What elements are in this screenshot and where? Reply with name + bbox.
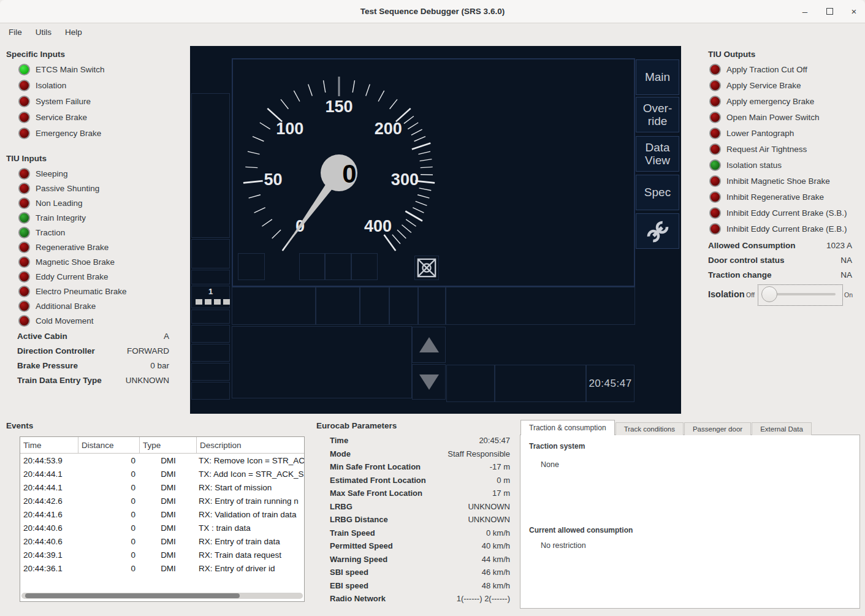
led-row-eddy-current-brake[interactable]: Eddy Current Brake	[18, 269, 175, 284]
menu-item-utils[interactable]: Utils	[29, 23, 58, 40]
param-value: Staff Responsible	[448, 449, 510, 458]
led-indicator[interactable]	[18, 112, 30, 123]
tiu-inputs-list: SleepingPassive ShuntingNon LeadingTrain…	[18, 166, 175, 328]
specific-inputs-list: ETCS Main SwitchIsolationSystem FailureS…	[18, 61, 175, 141]
param-row-permitted-speed: Permitted Speed40 km/h	[330, 539, 510, 553]
led-indicator[interactable]	[18, 127, 30, 139]
led-row-inhibit-eddy-current-brake-e-b: Inhibit Eddy Current Brake (E.B.)	[709, 221, 863, 237]
led-row-apply-service-brake: Apply Service Brake	[709, 77, 863, 93]
led-row-isolation[interactable]: Isolation	[18, 77, 175, 93]
led-indicator[interactable]	[18, 315, 30, 327]
dmi-button-spec[interactable]: Spec	[636, 175, 679, 210]
led-row-sleeping[interactable]: Sleeping	[18, 166, 175, 181]
table-row[interactable]: 20:44:53.90DMITX: Remove Icon = STR_AC	[20, 454, 304, 467]
led-indicator[interactable]	[18, 96, 30, 107]
events-col-header-distance[interactable]: Distance	[78, 437, 140, 453]
led-indicator[interactable]	[18, 271, 30, 283]
cell: DMI	[140, 470, 197, 479]
scroll-up-button[interactable]	[412, 327, 446, 363]
led-row-train-integrity[interactable]: Train Integrity	[18, 210, 175, 225]
cell: 0	[78, 483, 140, 492]
led-indicator[interactable]	[18, 227, 30, 238]
param-label: Direction Controller	[17, 346, 95, 356]
param-value: 46 km/h	[482, 568, 510, 577]
menubar: FileUtilsHelp	[0, 23, 865, 40]
svg-text:100: 100	[276, 120, 303, 138]
led-row-etcs-main-switch[interactable]: ETCS Main Switch	[18, 61, 175, 77]
led-indicator[interactable]	[18, 64, 30, 75]
led-row-service-brake[interactable]: Service Brake	[18, 109, 175, 125]
led-row-electro-pneumatic-brake[interactable]: Electro Pneumatic Brake	[18, 284, 175, 298]
param-row-lrbg: LRBGUNKNOWN	[330, 500, 510, 514]
led-indicator[interactable]	[18, 183, 30, 194]
param-label: Train Data Entry Type	[17, 376, 102, 385]
led-label: Passive Shunting	[36, 184, 99, 193]
param-value: 0 km/h	[486, 528, 510, 538]
cell: DMI	[140, 483, 197, 492]
led-indicator[interactable]	[18, 80, 30, 91]
table-row[interactable]: 20:44:44.10DMITX: Add Icon = STR_ACK_S	[20, 467, 304, 481]
table-row[interactable]: 20:44:42.60DMIRX: Entry of train running…	[20, 494, 304, 508]
led-row-regenerative-brake[interactable]: Regenerative Brake	[18, 240, 175, 254]
led-indicator[interactable]	[18, 241, 30, 253]
dmi-button-over-ride[interactable]: Over-ride	[636, 97, 679, 132]
table-row[interactable]: 20:44:41.60DMIRX: Validation of train da…	[20, 508, 304, 521]
table-row[interactable]: 20:44:44.10DMIRX: Start of mission	[20, 481, 304, 494]
led-label: Apply Service Brake	[726, 81, 801, 90]
led-label: Open Main Power Switch	[726, 113, 820, 122]
tab-external-data[interactable]: External Data	[752, 422, 812, 435]
param-row-train-speed: Train Speed0 km/h	[330, 527, 510, 540]
param-label: Brake Pressure	[17, 361, 78, 370]
param-label: Time	[330, 436, 348, 445]
led-row-traction[interactable]: Traction	[18, 225, 175, 240]
param-label: Allowed Consumption	[708, 241, 796, 250]
events-col-header-description[interactable]: Description	[197, 437, 304, 453]
led-row-inhibit-magnetic-shoe-brake: Inhibit Magnetic Shoe Brake	[709, 173, 863, 189]
led-indicator	[709, 191, 721, 203]
led-row-passive-shunting[interactable]: Passive Shunting	[18, 181, 175, 196]
param-value: FORWARD	[127, 346, 169, 356]
cab-parameters: Active CabinADirection ControllerFORWARD…	[17, 329, 169, 387]
cell: 20:44:44.1	[20, 470, 78, 479]
led-indicator[interactable]	[18, 212, 30, 224]
table-row[interactable]: 20:44:40.60DMIRX: Entry of train data	[20, 534, 304, 548]
table-row[interactable]: 20:44:39.10DMIRX: Train data request	[20, 548, 304, 561]
minimize-button[interactable]: –	[800, 7, 810, 17]
led-indicator[interactable]	[18, 168, 30, 180]
table-row[interactable]: 20:44:40.60DMITX : train data	[20, 521, 304, 534]
events-col-header-type[interactable]: Type	[140, 437, 197, 453]
led-indicator[interactable]	[18, 256, 30, 268]
cell: TX: Add Icon = STR_ACK_S	[197, 470, 304, 479]
cell: 0	[78, 537, 140, 546]
led-row-system-failure[interactable]: System Failure	[18, 93, 175, 109]
close-button[interactable]: ×	[849, 7, 859, 17]
led-row-additional-brake[interactable]: Additional Brake	[18, 298, 175, 313]
dmi-cell	[191, 363, 230, 381]
maximize-button[interactable]	[825, 7, 834, 17]
led-indicator[interactable]	[18, 300, 30, 312]
isolation-slider-knob[interactable]	[761, 286, 777, 302]
led-indicator[interactable]	[18, 197, 30, 209]
led-row-non-leading[interactable]: Non Leading	[18, 196, 175, 210]
dmi-button-main[interactable]: Main	[636, 59, 679, 95]
tab-traction-consumption[interactable]: Traction & consumption	[520, 420, 615, 435]
led-indicator[interactable]	[18, 286, 30, 297]
tab-passenger-door[interactable]: Passenger door	[684, 422, 751, 435]
table-row[interactable]: 20:44:36.10DMIRX: Entry of driver id	[20, 561, 304, 575]
menu-item-help[interactable]: Help	[58, 23, 89, 40]
settings-wrench-button[interactable]	[636, 213, 679, 249]
dmi-button-data-view[interactable]: Data View	[636, 136, 679, 172]
led-row-lower-pantograph: Lower Pantograph	[709, 125, 863, 141]
allowed-consumption-heading: Current allowed consumption	[529, 526, 633, 534]
dmi-cell	[191, 382, 230, 400]
led-label: Service Brake	[36, 113, 87, 122]
scroll-down-button[interactable]	[412, 364, 446, 400]
led-row-magnetic-shoe-brake[interactable]: Magnetic Shoe Brake	[18, 254, 175, 269]
events-col-header-time[interactable]: Time	[20, 437, 78, 453]
horizontal-scrollbar-thumb[interactable]	[25, 593, 240, 598]
led-row-emergency-brake[interactable]: Emergency Brake	[18, 125, 175, 141]
led-indicator	[709, 96, 721, 107]
tab-track-conditions[interactable]: Track conditions	[615, 422, 684, 435]
led-row-cold-movement[interactable]: Cold Movement	[18, 313, 175, 328]
menu-item-file[interactable]: File	[2, 23, 29, 40]
